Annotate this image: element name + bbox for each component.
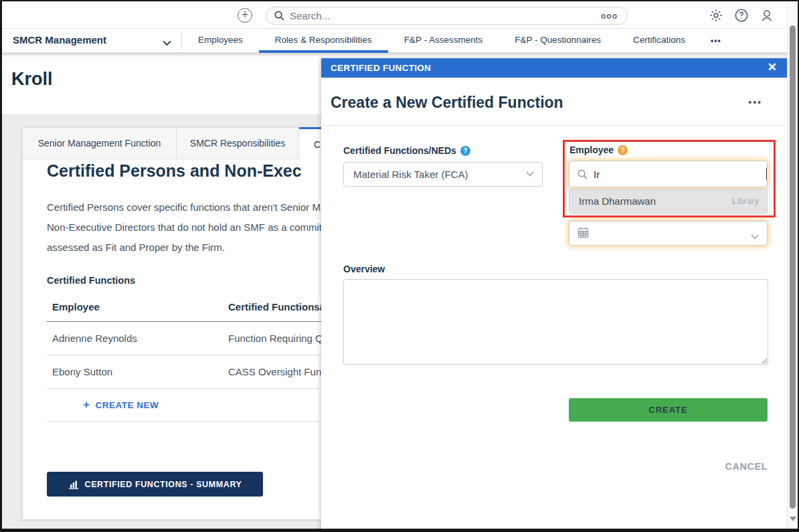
column-header-employee: Employee — [47, 301, 228, 313]
employee-search-input[interactable] — [594, 169, 768, 180]
panel-header-title: CERTIFIED FUNCTION — [331, 63, 431, 73]
nav-more-icon[interactable]: ••• — [701, 29, 731, 53]
top-bar: + ooo — [2, 1, 789, 29]
search-input[interactable] — [290, 10, 601, 21]
panel-more-icon[interactable]: ••• — [748, 97, 762, 108]
nav-tab-employees[interactable]: Employees — [182, 29, 259, 53]
date-picker-field[interactable] — [569, 221, 768, 246]
app-window: + ooo — [0, 0, 799, 532]
description-line: Non-Executive Directors that do not hold… — [47, 217, 346, 238]
bar-chart-icon — [68, 480, 79, 489]
panel-title: Create a New Certified Function — [331, 94, 563, 112]
close-icon[interactable]: ✕ — [768, 60, 777, 74]
vertical-scrollbar[interactable] — [787, 1, 798, 529]
add-icon[interactable]: + — [238, 8, 252, 23]
text-caret — [766, 168, 767, 180]
employee-field-label: Employee ? — [569, 145, 628, 155]
scrollbar-down-arrow-icon[interactable] — [790, 517, 796, 521]
global-search[interactable]: ooo — [266, 7, 628, 25]
panel-divider — [321, 125, 789, 126]
function-field-label-text: Certified Functions/NEDs — [343, 145, 456, 156]
employee-search-field[interactable] — [569, 161, 768, 187]
function-select[interactable]: Material Risk Taker (FCA) — [343, 162, 543, 187]
cell-employee: Ebony Sutton — [47, 366, 228, 377]
panel-header: CERTIFIED FUNCTION ✕ — [321, 58, 789, 78]
suggestion-name: Irma Dharmawan — [579, 195, 732, 207]
help-badge-icon[interactable]: ? — [460, 146, 470, 156]
scrollbar-thumb[interactable] — [790, 25, 796, 509]
section-heading: Certified Persons and Non-Exec — [47, 161, 302, 181]
overview-textarea[interactable] — [343, 279, 768, 365]
summary-button-label: CERTIFIED FUNCTIONS - SUMMARY — [85, 480, 242, 489]
search-icon — [274, 11, 284, 21]
plus-icon: + — [83, 398, 90, 412]
tab-senior-management-function[interactable]: Senior Management Function — [22, 127, 177, 159]
description-line: Certified Persons cover specific functio… — [47, 197, 346, 217]
chevron-down-icon — [751, 230, 759, 242]
function-field-label: Certified Functions/NEDs ? — [343, 145, 470, 156]
table-title: Certified Functions — [47, 275, 135, 286]
overview-label: Overview — [343, 264, 385, 274]
description-line: assessed as Fit and Proper by the Firm. — [47, 238, 346, 258]
page-title: Kroll — [11, 69, 53, 90]
tab-smcr-responsibilities[interactable]: SMCR Responsibilities — [177, 127, 299, 159]
user-profile-icon[interactable] — [760, 8, 774, 23]
module-title[interactable]: SMCR Management — [13, 34, 106, 46]
settings-gear-icon[interactable] — [709, 8, 723, 23]
certified-function-panel: CERTIFIED FUNCTION ✕ Create a New Certif… — [321, 58, 789, 532]
section-description: Certified Persons cover specific functio… — [47, 197, 346, 258]
help-badge-icon[interactable]: ? — [618, 145, 628, 155]
nav-tab-fp-questionnaires[interactable]: F&P - Questionnaires — [499, 29, 617, 53]
cancel-link[interactable]: CANCEL — [725, 461, 768, 472]
suggestion-source-badge: Library — [732, 196, 759, 206]
search-icon — [578, 169, 588, 179]
create-new-link[interactable]: + CREATE NEW — [83, 398, 159, 412]
module-nav-bar: SMCR Management Employees Roles & Respon… — [2, 29, 789, 53]
nav-tabs: Employees Roles & Responsibilities F&P -… — [182, 29, 731, 53]
cell-function: CASS Oversight Functi — [228, 366, 331, 377]
help-icon[interactable] — [734, 8, 749, 23]
search-options-icon[interactable]: ooo — [601, 11, 618, 21]
employee-field-label-text: Employee — [569, 145, 614, 155]
create-new-label: CREATE NEW — [95, 400, 159, 410]
chevron-down-icon — [526, 171, 534, 177]
certified-functions-summary-button[interactable]: CERTIFIED FUNCTIONS - SUMMARY — [47, 472, 263, 497]
nav-tab-fp-assessments[interactable]: F&P - Assessments — [388, 29, 499, 53]
column-header-function: Certified Functions/NE — [228, 301, 337, 313]
cell-function: Function Requiring Qua — [228, 333, 334, 344]
nav-tab-certifications[interactable]: Certifications — [617, 29, 701, 53]
nav-tab-roles-responsibilities[interactable]: Roles & Responsibilities — [259, 29, 388, 53]
calendar-icon — [578, 227, 589, 241]
employee-suggestion-item[interactable]: Irma Dharmawan Library — [569, 189, 768, 213]
cell-employee: Adrienne Reynolds — [47, 333, 228, 344]
create-button[interactable]: CREATE — [569, 398, 768, 422]
function-select-value: Material Risk Taker (FCA) — [353, 169, 468, 180]
chevron-down-icon[interactable] — [163, 37, 171, 49]
